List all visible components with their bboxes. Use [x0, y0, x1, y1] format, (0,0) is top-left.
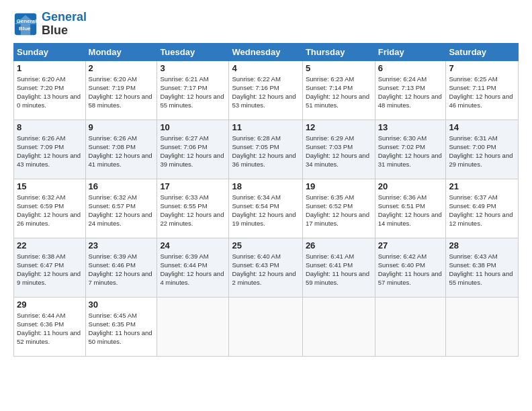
- calendar-cell: [375, 297, 446, 356]
- day-number: 26: [306, 240, 372, 250]
- calendar-cell: 17 Sunrise: 6:33 AMSunset: 6:55 PMDaylig…: [157, 179, 229, 238]
- day-number: 28: [449, 240, 515, 250]
- calendar-cell: [229, 297, 302, 356]
- day-number: 17: [160, 181, 226, 191]
- logo: General Blue GeneralBlue: [13, 11, 87, 38]
- day-number: 13: [378, 122, 443, 132]
- calendar-cell: [157, 297, 229, 356]
- header-day: Friday: [375, 43, 446, 60]
- day-detail: Sunrise: 6:20 AMSunset: 7:19 PMDaylight:…: [89, 75, 152, 109]
- calendar-week-row: 8 Sunrise: 6:26 AMSunset: 7:09 PMDayligh…: [14, 120, 519, 179]
- day-number: 8: [17, 122, 83, 132]
- day-number: 29: [17, 300, 83, 310]
- svg-text:Blue: Blue: [19, 26, 31, 32]
- day-number: 7: [449, 63, 515, 73]
- day-detail: Sunrise: 6:37 AMSunset: 6:49 PMDaylight:…: [449, 193, 513, 228]
- day-number: 14: [449, 122, 515, 132]
- calendar-cell: 12 Sunrise: 6:29 AMSunset: 7:03 PMDaylig…: [302, 120, 375, 179]
- calendar-cell: 16 Sunrise: 6:32 AMSunset: 6:57 PMDaylig…: [85, 179, 157, 238]
- header: General Blue GeneralBlue: [13, 11, 519, 38]
- day-number: 6: [378, 63, 443, 73]
- day-detail: Sunrise: 6:45 AMSunset: 6:35 PMDaylight:…: [89, 312, 152, 346]
- logo-icon: General Blue: [13, 12, 38, 36]
- calendar-cell: 29 Sunrise: 6:44 AMSunset: 6:36 PMDaylig…: [14, 297, 86, 356]
- calendar-cell: 22 Sunrise: 6:38 AMSunset: 6:47 PMDaylig…: [14, 238, 86, 297]
- calendar-week-row: 29 Sunrise: 6:44 AMSunset: 6:36 PMDaylig…: [14, 297, 519, 356]
- calendar-cell: 13 Sunrise: 6:30 AMSunset: 7:02 PMDaylig…: [375, 120, 446, 179]
- day-number: 1: [17, 63, 83, 73]
- calendar-cell: 8 Sunrise: 6:26 AMSunset: 7:09 PMDayligh…: [14, 120, 86, 179]
- calendar-week-row: 15 Sunrise: 6:32 AMSunset: 6:59 PMDaylig…: [14, 179, 519, 238]
- logo-text: GeneralBlue: [42, 11, 87, 38]
- calendar-header-row: SundayMondayTuesdayWednesdayThursdayFrid…: [14, 43, 519, 60]
- day-number: 11: [232, 122, 299, 132]
- day-number: 22: [17, 240, 83, 250]
- calendar-cell: 1 Sunrise: 6:20 AMSunset: 7:20 PMDayligh…: [14, 60, 86, 120]
- day-number: 10: [160, 122, 226, 132]
- day-detail: Sunrise: 6:39 AMSunset: 6:44 PMDaylight:…: [160, 253, 224, 287]
- day-number: 27: [378, 240, 443, 250]
- calendar-cell: 6 Sunrise: 6:24 AMSunset: 7:13 PMDayligh…: [375, 60, 446, 120]
- day-number: 5: [306, 63, 372, 73]
- calendar-cell: 11 Sunrise: 6:28 AMSunset: 7:05 PMDaylig…: [229, 120, 302, 179]
- day-number: 23: [89, 240, 154, 250]
- day-detail: Sunrise: 6:34 AMSunset: 6:54 PMDaylight:…: [232, 193, 296, 228]
- day-detail: Sunrise: 6:36 AMSunset: 6:51 PMDaylight:…: [378, 193, 442, 228]
- calendar-week-row: 1 Sunrise: 6:20 AMSunset: 7:20 PMDayligh…: [14, 60, 519, 120]
- calendar-page: General Blue GeneralBlue SundayMondayTue…: [0, 0, 532, 411]
- calendar-cell: 28 Sunrise: 6:43 AMSunset: 6:38 PMDaylig…: [446, 238, 519, 297]
- calendar-cell: [446, 297, 519, 356]
- day-detail: Sunrise: 6:30 AMSunset: 7:02 PMDaylight:…: [378, 134, 442, 169]
- day-number: 4: [232, 63, 299, 73]
- svg-text:General: General: [17, 18, 37, 24]
- calendar-cell: 15 Sunrise: 6:32 AMSunset: 6:59 PMDaylig…: [14, 179, 86, 238]
- day-detail: Sunrise: 6:35 AMSunset: 6:52 PMDaylight:…: [306, 193, 369, 228]
- calendar-cell: 7 Sunrise: 6:25 AMSunset: 7:11 PMDayligh…: [446, 60, 519, 120]
- day-number: 9: [89, 122, 154, 132]
- day-detail: Sunrise: 6:28 AMSunset: 7:05 PMDaylight:…: [232, 134, 296, 169]
- day-detail: Sunrise: 6:38 AMSunset: 6:47 PMDaylight:…: [17, 253, 81, 287]
- calendar-cell: 3 Sunrise: 6:21 AMSunset: 7:17 PMDayligh…: [157, 60, 229, 120]
- calendar-cell: 2 Sunrise: 6:20 AMSunset: 7:19 PMDayligh…: [85, 60, 157, 120]
- day-detail: Sunrise: 6:44 AMSunset: 6:36 PMDaylight:…: [17, 312, 81, 346]
- calendar-cell: 25 Sunrise: 6:40 AMSunset: 6:43 PMDaylig…: [229, 238, 302, 297]
- day-detail: Sunrise: 6:26 AMSunset: 7:09 PMDaylight:…: [17, 134, 81, 169]
- day-detail: Sunrise: 6:32 AMSunset: 6:59 PMDaylight:…: [17, 193, 81, 228]
- calendar-body: 1 Sunrise: 6:20 AMSunset: 7:20 PMDayligh…: [14, 60, 519, 356]
- day-number: 19: [306, 181, 372, 191]
- day-detail: Sunrise: 6:39 AMSunset: 6:46 PMDaylight:…: [89, 253, 152, 287]
- calendar-cell: 21 Sunrise: 6:37 AMSunset: 6:49 PMDaylig…: [446, 179, 519, 238]
- header-day: Sunday: [14, 43, 86, 60]
- calendar-cell: 14 Sunrise: 6:31 AMSunset: 7:00 PMDaylig…: [446, 120, 519, 179]
- header-day: Tuesday: [157, 43, 229, 60]
- calendar-cell: 27 Sunrise: 6:42 AMSunset: 6:40 PMDaylig…: [375, 238, 446, 297]
- calendar-cell: [302, 297, 375, 356]
- calendar-cell: 30 Sunrise: 6:45 AMSunset: 6:35 PMDaylig…: [85, 297, 157, 356]
- day-number: 15: [17, 181, 83, 191]
- day-detail: Sunrise: 6:31 AMSunset: 7:00 PMDaylight:…: [449, 134, 513, 169]
- day-detail: Sunrise: 6:40 AMSunset: 6:43 PMDaylight:…: [232, 253, 296, 287]
- calendar-cell: 9 Sunrise: 6:26 AMSunset: 7:08 PMDayligh…: [85, 120, 157, 179]
- day-detail: Sunrise: 6:23 AMSunset: 7:14 PMDaylight:…: [306, 75, 369, 109]
- day-detail: Sunrise: 6:29 AMSunset: 7:03 PMDaylight:…: [306, 134, 369, 169]
- header-day: Saturday: [446, 43, 519, 60]
- calendar-week-row: 22 Sunrise: 6:38 AMSunset: 6:47 PMDaylig…: [14, 238, 519, 297]
- day-number: 21: [449, 181, 515, 191]
- header-day: Wednesday: [229, 43, 302, 60]
- day-number: 18: [232, 181, 299, 191]
- day-detail: Sunrise: 6:26 AMSunset: 7:08 PMDaylight:…: [89, 134, 152, 169]
- day-number: 2: [89, 63, 154, 73]
- day-number: 25: [232, 240, 299, 250]
- calendar-cell: 26 Sunrise: 6:41 AMSunset: 6:41 PMDaylig…: [302, 238, 375, 297]
- calendar-cell: 4 Sunrise: 6:22 AMSunset: 7:16 PMDayligh…: [229, 60, 302, 120]
- day-detail: Sunrise: 6:25 AMSunset: 7:11 PMDaylight:…: [449, 75, 513, 109]
- calendar-cell: 19 Sunrise: 6:35 AMSunset: 6:52 PMDaylig…: [302, 179, 375, 238]
- calendar-cell: 5 Sunrise: 6:23 AMSunset: 7:14 PMDayligh…: [302, 60, 375, 120]
- day-detail: Sunrise: 6:33 AMSunset: 6:55 PMDaylight:…: [160, 193, 224, 228]
- day-number: 12: [306, 122, 372, 132]
- day-detail: Sunrise: 6:41 AMSunset: 6:41 PMDaylight:…: [306, 253, 369, 287]
- calendar-cell: 18 Sunrise: 6:34 AMSunset: 6:54 PMDaylig…: [229, 179, 302, 238]
- header-day: Monday: [85, 43, 157, 60]
- day-detail: Sunrise: 6:24 AMSunset: 7:13 PMDaylight:…: [378, 75, 442, 109]
- day-number: 3: [160, 63, 226, 73]
